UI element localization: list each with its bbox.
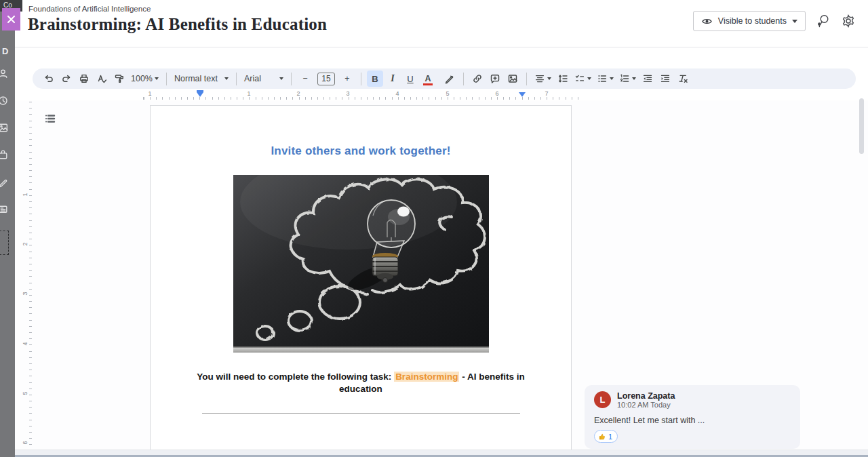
clear-formatting-icon xyxy=(677,73,688,84)
increase-font-size-button[interactable]: + xyxy=(339,71,355,87)
bag-icon[interactable] xyxy=(0,149,9,161)
toolbar-separator xyxy=(291,73,292,85)
font-value: Arial xyxy=(244,74,261,83)
bulleted-list-icon xyxy=(597,73,608,84)
dashed-frame-icon[interactable] xyxy=(0,231,9,255)
toolbar-separator xyxy=(361,73,361,85)
chevron-down-icon xyxy=(610,77,614,80)
toolbar-separator xyxy=(166,73,167,85)
font-selector[interactable]: Arial xyxy=(242,71,285,87)
reaction-pill[interactable]: 1 xyxy=(594,430,618,443)
checklist-button[interactable] xyxy=(572,71,593,87)
magnifier-balloon-icon xyxy=(815,14,830,28)
spellcheck-icon xyxy=(96,73,107,84)
paint-roller-icon xyxy=(114,73,125,84)
pencil-icon[interactable] xyxy=(0,176,9,188)
breadcrumb: Foundations of Artificial Intelligence xyxy=(28,5,151,13)
image-icon[interactable] xyxy=(0,122,9,134)
doc-heading: Invite others and work together! xyxy=(151,144,571,158)
increase-indent-button[interactable] xyxy=(657,71,673,87)
chevron-down-icon xyxy=(792,20,797,23)
person-icon[interactable] xyxy=(0,68,9,79)
header: Foundations of Artificial Intelligence B… xyxy=(15,0,868,47)
bold-button[interactable]: B xyxy=(367,71,383,87)
numbered-list-button[interactable] xyxy=(617,71,638,87)
chalkboard-lightbulb-image[interactable] xyxy=(233,175,489,353)
insert-comment-button[interactable] xyxy=(487,71,503,87)
chevron-down-icon xyxy=(632,77,636,80)
page-title: Brainstorming: AI Benefits in Education xyxy=(28,15,327,34)
visibility-label: Visible to students xyxy=(718,16,787,26)
text-color-button[interactable]: A xyxy=(420,71,436,87)
left-indent-marker[interactable] xyxy=(197,92,203,97)
chevron-down-icon xyxy=(279,77,283,80)
document-outline-button[interactable] xyxy=(42,111,58,127)
ruler-label: 1 xyxy=(247,90,250,97)
undo-button[interactable] xyxy=(41,71,57,87)
bulleted-list-button[interactable] xyxy=(595,71,616,87)
ruler-label: 6 xyxy=(22,441,28,444)
comment-author: Lorena Zapata xyxy=(617,391,675,401)
preview-comments-button[interactable] xyxy=(814,12,831,30)
comment-plus-icon xyxy=(490,73,500,84)
line-spacing-icon xyxy=(557,73,568,84)
clear-formatting-button[interactable] xyxy=(675,71,691,87)
thumbs-up-icon xyxy=(598,433,606,441)
print-button[interactable] xyxy=(76,71,92,87)
font-size-input[interactable]: 15 xyxy=(317,73,335,85)
card-icon[interactable] xyxy=(0,203,9,215)
gear-icon xyxy=(841,14,856,28)
align-center-icon xyxy=(534,73,545,84)
document-page[interactable]: Invite others and work together! xyxy=(150,105,572,450)
style-value: Normal text xyxy=(174,74,218,83)
ruler-label: 5 xyxy=(446,90,449,97)
eye-icon xyxy=(701,16,713,27)
decrease-indent-button[interactable] xyxy=(639,71,656,87)
paint-format-button[interactable] xyxy=(111,71,127,87)
insert-image-icon xyxy=(507,73,518,84)
checklist-icon xyxy=(574,73,585,84)
align-button[interactable] xyxy=(532,71,553,87)
ruler-label: 4 xyxy=(22,342,28,345)
outdent-icon xyxy=(642,73,653,84)
vertical-ruler[interactable]: 1 2 3 4 5 6 xyxy=(23,102,33,450)
highlight-color-button[interactable] xyxy=(441,71,458,87)
toolbar-separator xyxy=(463,73,464,85)
zoom-value: 100% xyxy=(131,74,153,83)
comment-time: 10:02 AM Today xyxy=(617,401,671,409)
outline-list-icon xyxy=(44,113,56,125)
close-button[interactable] xyxy=(2,8,20,31)
horizontal-ruler[interactable]: 1 1 2 3 4 5 6 7 xyxy=(139,90,580,100)
redo-button[interactable] xyxy=(58,71,75,87)
paragraph-style-selector[interactable]: Normal text xyxy=(172,71,231,87)
line-spacing-button[interactable] xyxy=(555,71,571,87)
horizontal-rule xyxy=(202,413,520,414)
insert-link-button[interactable] xyxy=(469,71,486,87)
right-indent-marker[interactable] xyxy=(519,92,526,97)
editor-canvas: Invite others and work together! xyxy=(15,100,868,450)
vertical-scrollbar-thumb[interactable] xyxy=(859,98,864,154)
comment-body: Excellent! Let me start with ... xyxy=(594,416,705,425)
undo-icon xyxy=(43,73,54,84)
plus-icon: + xyxy=(344,74,349,83)
spellcheck-button[interactable] xyxy=(94,71,110,87)
zoom-selector[interactable]: 100% xyxy=(129,71,161,87)
underline-button[interactable]: U xyxy=(402,71,418,87)
visibility-dropdown[interactable]: Visible to students xyxy=(693,11,806,31)
italic-button[interactable]: I xyxy=(384,71,401,87)
minus-icon: − xyxy=(302,74,307,83)
print-icon xyxy=(79,73,90,84)
ruler-label: 2 xyxy=(296,90,300,97)
ruler-label: 1 xyxy=(22,193,28,196)
clock-icon[interactable] xyxy=(0,95,9,106)
app-window: Co D Foundations of Artificial Intellige… xyxy=(0,0,868,457)
comment-card[interactable]: L Lorena Zapata 10:02 AM Today Excellent… xyxy=(585,385,800,449)
close-icon xyxy=(7,15,16,24)
decrease-font-size-button[interactable]: − xyxy=(297,71,313,87)
insert-image-button[interactable] xyxy=(505,71,521,87)
toolbar-separator xyxy=(526,73,527,85)
bottom-scrollbar-track[interactable] xyxy=(15,450,868,457)
settings-button[interactable] xyxy=(840,12,857,30)
highlighter-icon xyxy=(444,73,455,84)
chevron-down-icon xyxy=(547,77,551,80)
